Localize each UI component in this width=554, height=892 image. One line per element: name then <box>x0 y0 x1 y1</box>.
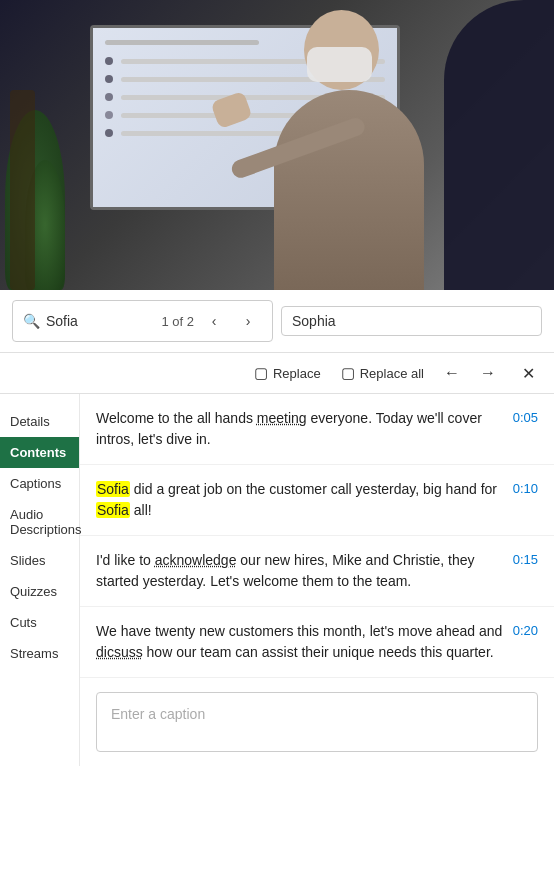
caption-input-placeholder: Enter a caption <box>111 706 205 722</box>
sidebar-item-audio-descriptions[interactable]: Audio Descriptions <box>0 499 79 545</box>
caption-entry-2[interactable]: Sofia did a great job on the customer ca… <box>80 465 554 536</box>
caption-time-2: 0:10 <box>513 479 538 496</box>
caption-time-1: 0:05 <box>513 408 538 425</box>
caption-time-4: 0:20 <box>513 621 538 638</box>
search-count: 1 of 2 <box>161 314 194 329</box>
replace-input-value[interactable]: Sophia <box>292 313 336 329</box>
caption-entry-1[interactable]: Welcome to the all hands meeting everyon… <box>80 394 554 465</box>
caption-text-1: Welcome to the all hands meeting everyon… <box>96 408 503 450</box>
caption-entry-4[interactable]: We have twenty new customers this month,… <box>80 607 554 678</box>
replace-button[interactable]: ▢ Replace <box>248 360 327 386</box>
sidebar-item-contents[interactable]: Contents <box>0 437 79 468</box>
caption-text-3: I'd like to acknowledge our new hires, M… <box>96 550 503 592</box>
replace-all-button[interactable]: ▢ Replace all <box>335 360 430 386</box>
sidebar-item-slides[interactable]: Slides <box>0 545 79 576</box>
sidebar-item-quizzes[interactable]: Quizzes <box>0 576 79 607</box>
toolbar-forward-button[interactable]: → <box>474 359 502 387</box>
caption-entry-3[interactable]: I'd like to acknowledge our new hires, M… <box>80 536 554 607</box>
caption-time-3: 0:15 <box>513 550 538 567</box>
replace-field[interactable]: Sophia <box>281 306 542 336</box>
search-left-field[interactable]: 🔍 Sofia 1 of 2 ‹ › <box>12 300 273 342</box>
replace-all-label: Replace all <box>360 366 424 381</box>
replace-label: Replace <box>273 366 321 381</box>
caption-input-area[interactable]: Enter a caption <box>96 692 538 752</box>
hero-image <box>0 0 554 290</box>
search-prev-button[interactable]: ‹ <box>200 307 228 335</box>
sidebar-item-streams[interactable]: Streams <box>0 638 79 669</box>
search-input-value[interactable]: Sofia <box>46 313 155 329</box>
sidebar: Details Contents Captions Audio Descript… <box>0 394 80 766</box>
replace-icon: ▢ <box>254 364 268 382</box>
highlight-sofia-2: Sofia <box>96 502 130 518</box>
search-bar: 🔍 Sofia 1 of 2 ‹ › Sophia <box>0 290 554 353</box>
caption-text-4: We have twenty new customers this month,… <box>96 621 503 663</box>
search-icon: 🔍 <box>23 313 40 329</box>
sidebar-item-captions[interactable]: Captions <box>0 468 79 499</box>
sidebar-item-cuts[interactable]: Cuts <box>0 607 79 638</box>
caption-underline-meeting: meeting <box>257 410 307 426</box>
replace-toolbar: ▢ Replace ▢ Replace all ← → ✕ <box>0 353 554 394</box>
toolbar-back-button[interactable]: ← <box>438 359 466 387</box>
sidebar-item-details[interactable]: Details <box>0 406 79 437</box>
caption-text-2: Sofia did a great job on the customer ca… <box>96 479 503 521</box>
caption-underline-dicsuss: dicsuss <box>96 644 143 660</box>
toolbar-close-button[interactable]: ✕ <box>514 359 542 387</box>
search-next-button[interactable]: › <box>234 307 262 335</box>
replace-all-icon: ▢ <box>341 364 355 382</box>
content-panel: Welcome to the all hands meeting everyon… <box>80 394 554 766</box>
main-content: Details Contents Captions Audio Descript… <box>0 394 554 766</box>
caption-underline-acknowledge: acknowledge <box>155 552 237 568</box>
highlight-sofia-1: Sofia <box>96 481 130 497</box>
